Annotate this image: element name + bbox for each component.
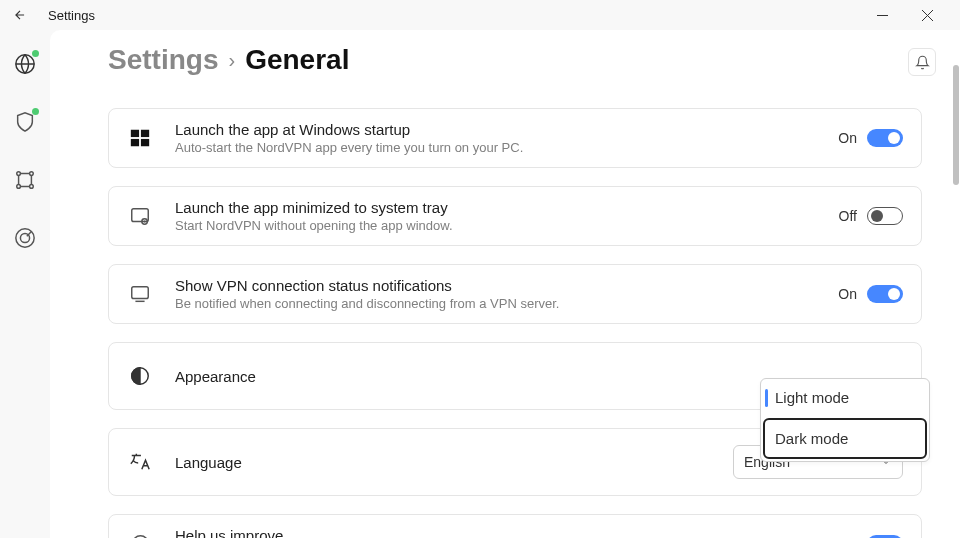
svg-point-2 (17, 172, 21, 176)
notifications-button[interactable] (908, 48, 936, 76)
svg-point-6 (16, 229, 34, 247)
svg-rect-9 (141, 130, 149, 137)
close-button[interactable] (905, 0, 950, 30)
svg-rect-14 (132, 287, 149, 299)
scrollbar[interactable] (952, 65, 960, 335)
tray-icon (127, 203, 153, 229)
sidebar-globe[interactable] (13, 52, 37, 76)
sidebar-mesh[interactable] (13, 168, 37, 192)
sidebar-shield[interactable] (13, 110, 37, 134)
setting-notifications: Show VPN connection status notifications… (108, 264, 922, 324)
minimize-button[interactable] (860, 0, 905, 30)
main-panel: Settings › General Launch the app at Win… (50, 30, 960, 538)
setting-minimize-tray: Launch the app minimized to system tray … (108, 186, 922, 246)
breadcrumb-parent[interactable]: Settings (108, 44, 218, 76)
svg-rect-8 (131, 130, 139, 137)
moon-icon (127, 363, 153, 389)
windows-icon (127, 125, 153, 151)
setting-desc: Be notified when connecting and disconne… (175, 296, 816, 311)
setting-launch-startup: Launch the app at Windows startup Auto-s… (108, 108, 922, 168)
setting-title: Language (175, 454, 711, 471)
appearance-option-dark[interactable]: Dark mode (763, 418, 927, 459)
toggle-state-label: On (838, 130, 857, 146)
appearance-option-light[interactable]: Light mode (761, 379, 929, 416)
back-button[interactable] (10, 5, 30, 25)
svg-rect-10 (131, 139, 139, 146)
chevron-right-icon: › (228, 49, 235, 72)
status-dot-icon (32, 50, 39, 57)
setting-title: Launch the app minimized to system tray (175, 199, 817, 216)
setting-desc: Start NordVPN without opening the app wi… (175, 218, 817, 233)
svg-point-4 (17, 185, 21, 189)
svg-rect-0 (877, 15, 888, 16)
appearance-dropdown: Light mode Dark mode (760, 378, 930, 462)
breadcrumb-current: General (245, 44, 349, 76)
setting-desc: Auto-start the NordVPN app every time yo… (175, 140, 816, 155)
sidebar-target[interactable] (13, 226, 37, 250)
toggle-state-label: On (838, 286, 857, 302)
sidebar (0, 30, 50, 538)
breadcrumb: Settings › General (108, 44, 922, 76)
svg-point-5 (30, 185, 34, 189)
toggle-notifications[interactable] (867, 285, 903, 303)
chat-icon (127, 531, 153, 538)
setting-title: Help us improve (175, 527, 816, 538)
setting-title: Show VPN connection status notifications (175, 277, 816, 294)
toggle-launch-startup[interactable] (867, 129, 903, 147)
monitor-icon (127, 281, 153, 307)
setting-title: Launch the app at Windows startup (175, 121, 816, 138)
language-icon (127, 449, 153, 475)
window-title: Settings (48, 8, 95, 23)
toggle-state-label: Off (839, 208, 857, 224)
titlebar: Settings (0, 0, 960, 30)
toggle-minimize-tray[interactable] (867, 207, 903, 225)
setting-help-improve: Help us improve Send us aggregate anonym… (108, 514, 922, 538)
status-dot-icon (32, 108, 39, 115)
setting-title: Appearance (175, 368, 711, 385)
svg-rect-11 (141, 139, 149, 146)
svg-point-3 (30, 172, 34, 176)
